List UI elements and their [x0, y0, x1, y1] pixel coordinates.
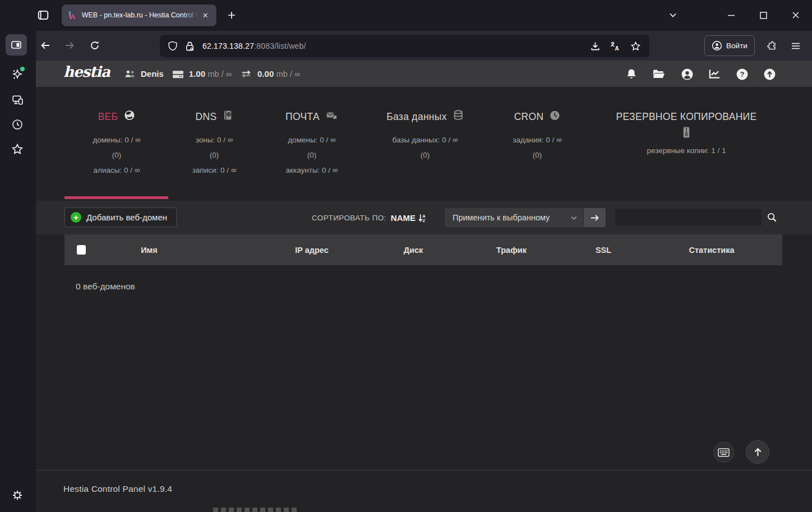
menu-tab-stat: базы данных: 0 / ∞ — [386, 132, 464, 147]
menu-tab-web[interactable]: ВЕБдомены: 0 / ∞(0)алиасы: 0 / ∞ — [93, 108, 140, 178]
menu-tab-stat: аккаунты: 0 / ∞ — [285, 163, 338, 178]
column-header: Имя — [141, 234, 158, 265]
bandwidth-usage: 0.00 — [257, 69, 274, 79]
svg-text:?: ? — [740, 70, 744, 79]
hestia-header: hestia Denis 1.00 mb / ∞ 0.00 — [36, 61, 812, 87]
firefox-view-button[interactable] — [34, 6, 53, 25]
user-account-button[interactable] — [680, 67, 694, 81]
window-minimize-button[interactable] — [722, 7, 740, 24]
forward-button[interactable] — [60, 36, 79, 55]
disk-usage: 1.00 — [189, 69, 205, 79]
tab-title: WEB - pn.tex-lab.ru - Hestia Control Pan… — [82, 11, 199, 20]
svg-text:A: A — [615, 45, 619, 52]
globe-icon — [123, 109, 135, 124]
column-header: Диск — [404, 234, 423, 265]
database-icon — [453, 109, 464, 124]
ai-chatbot-button[interactable] — [8, 66, 26, 84]
bookmark-star-button[interactable] — [627, 38, 644, 54]
menu-tab-label: РЕЗЕРВНОЕ КОПИРОВАНИЕ — [616, 111, 757, 123]
menu-button[interactable] — [786, 36, 805, 56]
search-button[interactable] — [762, 209, 782, 226]
menu-tab-mail[interactable]: ПОЧТАдомены: 0 / ∞(0)аккаунты: 0 / ∞ — [285, 108, 338, 178]
close-icon — [792, 11, 800, 19]
window-close-button[interactable] — [787, 7, 805, 24]
back-button[interactable] — [36, 36, 55, 55]
lock-warning-icon[interactable] — [181, 38, 198, 54]
sidebar-settings-button[interactable] — [8, 486, 26, 504]
menu-tab-label: ВЕБ — [98, 111, 118, 123]
apply-action-button[interactable] — [584, 208, 606, 227]
forward-icon — [64, 40, 75, 50]
window-maximize-button[interactable] — [754, 7, 772, 24]
url-text[interactable]: 62.173.138.27:8083/list/web/ — [202, 41, 306, 50]
hestia-main-menu: ВЕБдомены: 0 / ∞(0)алиасы: 0 / ∞DNSзоны:… — [36, 87, 812, 201]
dnsbook-icon — [222, 109, 233, 124]
arrow-up-circle-icon — [763, 68, 776, 81]
sidebar-toggle-button[interactable] — [6, 34, 27, 56]
user-circle-icon — [681, 68, 694, 81]
menu-tab-dns[interactable]: DNSзоны: 0 / ∞(0)записи: 0 / ∞ — [192, 108, 237, 178]
username[interactable]: Denis — [141, 69, 164, 79]
downloads-button[interactable] — [587, 38, 603, 54]
bell-icon — [625, 68, 638, 80]
folder-icon — [652, 68, 666, 80]
menu-tab-stat: домены: 0 / ∞ — [93, 132, 140, 147]
menu-tab-backup[interactable]: РЕЗЕРВНОЕ КОПИРОВАНИЕрезервные копии: 1 … — [616, 108, 757, 158]
search-input[interactable] — [615, 209, 762, 226]
back-to-top-button[interactable] — [746, 440, 769, 464]
url-bar[interactable]: 62.173.138.27:8083/list/web/ A — [160, 35, 649, 57]
menu-tab-stat: резервные копии: 1 / 1 — [616, 143, 757, 158]
hamburger-icon — [791, 41, 801, 51]
active-tab-underline — [64, 196, 168, 199]
plus-circle-icon: + — [71, 212, 81, 223]
menu-tab-stat: задания: 0 / ∞ — [513, 132, 561, 147]
menu-tab-stat: зоны: 0 / ∞ — [192, 132, 237, 147]
browser-sidebar — [0, 31, 36, 512]
sort-value-button[interactable]: NAME A Z — [391, 213, 427, 223]
synced-tabs-button[interactable] — [8, 91, 26, 109]
sidebar-icon — [11, 39, 22, 50]
menu-tab-stat: (0) — [386, 147, 464, 163]
browser-window: WEB - pn.tex-lab.ru - Hestia Control Pan… — [0, 0, 812, 512]
list-all-tabs-button[interactable] — [664, 7, 682, 24]
menu-tab-cron[interactable]: CRONзадания: 0 / ∞(0) — [513, 108, 561, 163]
translate-button[interactable]: A — [607, 38, 624, 54]
menu-tab-db[interactable]: База данныхбазы данных: 0 / ∞(0) — [386, 108, 464, 163]
menu-tab-label: База данных — [386, 111, 447, 123]
bandwidth-icon — [240, 69, 252, 79]
logout-button[interactable] — [763, 67, 776, 81]
select-all-checkbox[interactable] — [77, 245, 86, 255]
reload-button[interactable] — [85, 36, 104, 55]
hestia-favicon — [67, 11, 77, 20]
bookmarks-button[interactable] — [8, 140, 26, 158]
extensions-button[interactable] — [762, 36, 781, 56]
bulk-action-select[interactable]: Применить к выбранному — [445, 208, 583, 227]
menu-tab-stat: записи: 0 / ∞ — [192, 163, 237, 178]
new-tab-button[interactable] — [223, 7, 240, 24]
shield-icon[interactable] — [164, 38, 181, 54]
add-web-domain-button[interactable]: + Добавить веб-домен — [64, 207, 177, 227]
keyboard-shortcuts-button[interactable] — [713, 442, 734, 463]
hestia-logo[interactable]: hestia — [63, 63, 110, 80]
firefox-signin-button[interactable]: Войти — [704, 35, 755, 56]
footer-divider — [36, 470, 812, 471]
arrow-right-icon — [590, 213, 599, 223]
browser-tab[interactable]: WEB - pn.tex-lab.ru - Hestia Control Pan… — [62, 4, 216, 26]
tab-strip: WEB - pn.tex-lab.ru - Hestia Control Pan… — [0, 0, 812, 31]
list-toolbar: + Добавить веб-домен СОРТИРОВАТЬ ПО: NAM… — [36, 201, 812, 234]
tab-close-button[interactable]: ✕ — [200, 10, 211, 21]
signin-label: Войти — [726, 41, 748, 50]
sort-by-label: СОРТИРОВАТЬ ПО: — [312, 214, 386, 222]
menu-tab-stat: (0) — [513, 147, 561, 163]
notifications-button[interactable] — [625, 67, 638, 81]
chart-line-icon — [708, 68, 721, 80]
users-icon — [124, 69, 136, 79]
file-manager-button[interactable] — [652, 67, 666, 81]
help-button[interactable]: ? — [735, 67, 749, 81]
statistics-button[interactable] — [708, 67, 721, 81]
question-circle-icon: ? — [736, 68, 749, 81]
empty-list-message: 0 веб-доменов — [76, 282, 135, 292]
footer-version: Hestia Control Panel v1.9.4 — [63, 484, 172, 494]
back-icon — [40, 40, 50, 50]
history-button[interactable] — [8, 116, 26, 133]
